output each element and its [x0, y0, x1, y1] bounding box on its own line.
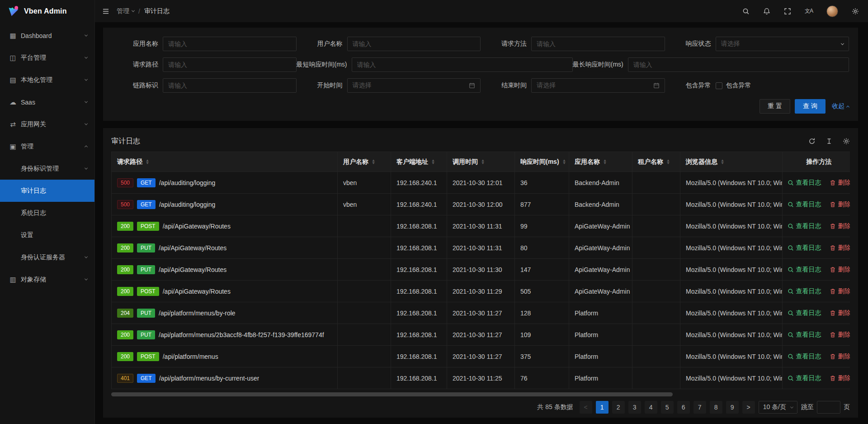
menu-fold-icon[interactable]: [102, 8, 109, 15]
column-header[interactable]: 响应时间(ms)▲▼: [515, 152, 569, 172]
sidebar-item-platform[interactable]: ◫平台管理: [0, 47, 94, 69]
has-exception-checkbox[interactable]: [716, 82, 722, 89]
column-header[interactable]: 应用名称▲▼: [569, 152, 632, 172]
page-button-2[interactable]: 2: [612, 401, 625, 414]
delete-button[interactable]: 删除: [830, 374, 850, 382]
page-button-9[interactable]: 9: [726, 401, 739, 414]
page-size-select[interactable]: 10 条/页: [759, 401, 797, 414]
prev-page-button[interactable]: <: [580, 401, 592, 414]
view-log-button[interactable]: 查看日志: [788, 287, 821, 295]
min-response-time-input[interactable]: [352, 57, 573, 72]
trace-id-label: 链路标识: [112, 81, 158, 90]
request-method-input[interactable]: [531, 37, 665, 51]
sort-icon[interactable]: ▲▼: [481, 159, 485, 165]
query-button[interactable]: 查 询: [795, 99, 826, 114]
max-response-time-input[interactable]: [628, 57, 849, 72]
page-button-1[interactable]: 1: [596, 401, 609, 414]
user-avatar[interactable]: [826, 5, 838, 17]
delete-button[interactable]: 删除: [830, 179, 850, 187]
view-log-button[interactable]: 查看日志: [788, 374, 821, 382]
view-log-button[interactable]: 查看日志: [788, 331, 821, 339]
sidebar: Vben Admin ▦Dashboard◫平台管理▤本地化管理☁Saas⇄应用…: [0, 0, 95, 424]
tenant-name-cell: [632, 346, 680, 367]
delete-button[interactable]: 删除: [830, 309, 850, 317]
delete-button[interactable]: 删除: [830, 200, 850, 209]
settings-gear-icon[interactable]: [852, 8, 859, 15]
collapse-link[interactable]: 收起: [832, 102, 849, 110]
sidebar-item-identity-management[interactable]: 身份标识管理: [0, 157, 94, 180]
fullscreen-icon[interactable]: [784, 8, 791, 15]
view-log-button[interactable]: 查看日志: [788, 266, 821, 274]
sidebar-item-object-storage[interactable]: ▥对象存储: [0, 268, 94, 291]
page-button-3[interactable]: 3: [628, 401, 641, 414]
sort-icon[interactable]: ▲▼: [721, 159, 724, 165]
translate-icon[interactable]: 文A: [805, 7, 813, 15]
next-page-button[interactable]: >: [742, 401, 755, 414]
app-name-input[interactable]: [163, 37, 297, 51]
view-log-button[interactable]: 查看日志: [788, 200, 821, 209]
sort-icon[interactable]: ▲▼: [603, 159, 607, 165]
view-log-button[interactable]: 查看日志: [788, 353, 821, 361]
delete-button[interactable]: 删除: [830, 331, 850, 339]
sort-icon[interactable]: ▲▼: [372, 159, 375, 165]
view-log-button[interactable]: 查看日志: [788, 222, 821, 230]
client-ip-cell: 192.168.208.1: [391, 302, 447, 324]
sidebar-item-system-log[interactable]: 系统日志: [0, 202, 94, 224]
jump-input[interactable]: [817, 401, 840, 414]
panel-tools: [808, 138, 850, 145]
breadcrumb-parent[interactable]: 管理: [117, 7, 134, 15]
column-header[interactable]: 用户名称▲▼: [338, 152, 391, 172]
column-height-icon[interactable]: [826, 138, 833, 145]
delete-button[interactable]: 删除: [830, 266, 850, 274]
column-header[interactable]: 租户名称▲▼: [632, 152, 680, 172]
column-header[interactable]: 浏览器信息▲▼: [680, 152, 783, 172]
reset-button[interactable]: 重 置: [760, 99, 790, 114]
app-name-cell: Platform: [569, 346, 632, 367]
sidebar-item-dashboard[interactable]: ▦Dashboard: [0, 24, 94, 47]
page-button-4[interactable]: 4: [645, 401, 657, 414]
horizontal-scrollbar[interactable]: [111, 392, 850, 396]
column-header[interactable]: 请求路径▲▼: [112, 152, 338, 172]
column-header[interactable]: 客户端地址▲▼: [391, 152, 447, 172]
sidebar-item-localization[interactable]: ▤本地化管理: [0, 69, 94, 91]
bell-icon[interactable]: [763, 8, 770, 15]
start-time-date-picker[interactable]: 请选择: [347, 78, 481, 93]
view-log-button[interactable]: 查看日志: [788, 244, 821, 252]
column-header[interactable]: 调用时间▲▼: [447, 152, 515, 172]
sort-icon[interactable]: ▲▼: [562, 159, 566, 165]
delete-button[interactable]: 删除: [830, 244, 850, 252]
user-name-input[interactable]: [347, 37, 481, 51]
sidebar-item-audit-log[interactable]: 审计日志: [0, 180, 94, 202]
page-button-8[interactable]: 8: [710, 401, 722, 414]
sidebar-item-saas[interactable]: ☁Saas: [0, 91, 94, 113]
sidebar-item-app-gateway[interactable]: ⇄应用网关: [0, 113, 94, 135]
app-name-cell: Platform: [569, 324, 632, 346]
delete-button[interactable]: 删除: [830, 222, 850, 230]
trace-id-input[interactable]: [163, 78, 297, 93]
pagination-pages: <123456789>: [580, 401, 755, 414]
audit-table: 请求路径▲▼用户名称▲▼客户端地址▲▼调用时间▲▼响应时间(ms)▲▼应用名称▲…: [111, 152, 850, 389]
sidebar-item-admin[interactable]: ▣管理: [0, 135, 94, 157]
page-button-5[interactable]: 5: [661, 401, 674, 414]
sort-icon[interactable]: ▲▼: [146, 159, 149, 165]
refresh-icon[interactable]: [808, 138, 816, 145]
scrollbar-thumb[interactable]: [111, 392, 673, 396]
view-log-button[interactable]: 查看日志: [788, 309, 821, 317]
table-settings-icon[interactable]: [843, 138, 850, 145]
page-button-7[interactable]: 7: [693, 401, 706, 414]
logo[interactable]: Vben Admin: [0, 0, 94, 23]
sort-icon[interactable]: ▲▼: [431, 159, 435, 165]
sidebar-item-settings[interactable]: 设置: [0, 224, 94, 246]
response-status-select[interactable]: 请选择: [716, 37, 849, 51]
view-log-button[interactable]: 查看日志: [788, 179, 821, 187]
delete-button[interactable]: 删除: [830, 353, 850, 361]
delete-button[interactable]: 删除: [830, 287, 850, 295]
end-time-date-picker[interactable]: 请选择: [531, 78, 665, 93]
request-path-input[interactable]: [163, 57, 297, 72]
page-button-6[interactable]: 6: [677, 401, 690, 414]
sidebar-item-auth-server[interactable]: 身份认证服务器: [0, 246, 94, 268]
sort-icon[interactable]: ▲▼: [666, 159, 670, 165]
topbar: 管理 / 审计日志 文A: [95, 0, 868, 22]
tenant-name-cell: [632, 367, 680, 389]
search-icon[interactable]: [742, 8, 750, 15]
